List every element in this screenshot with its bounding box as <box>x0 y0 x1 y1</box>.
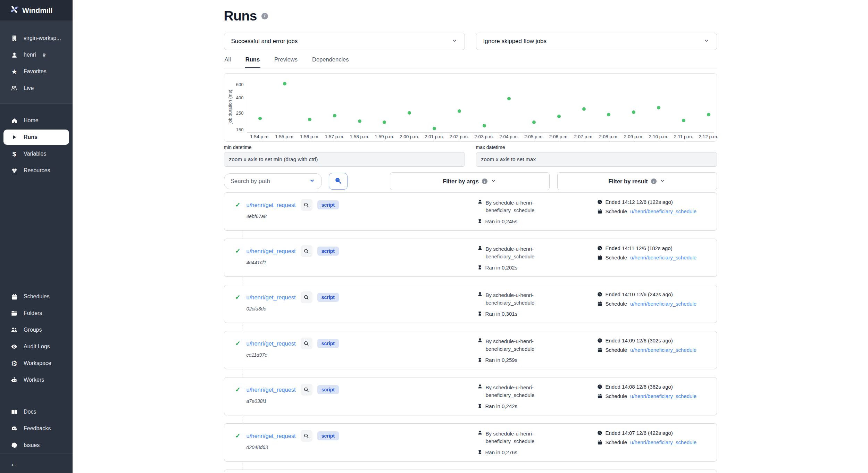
inspect-run-button[interactable] <box>301 338 312 349</box>
sidebar-item-favorites[interactable]: ★ Favorites <box>0 63 73 80</box>
run-card[interactable]: ✓ u/henri/get_request script a7e038f1 By <box>224 377 717 415</box>
sidebar-item-audit-logs[interactable]: Audit Logs <box>0 338 73 355</box>
tab-runs[interactable]: Runs <box>245 54 260 68</box>
workspace-switcher[interactable]: virgin-worksp... <box>0 30 73 47</box>
run-duration: Ran in 0,242s <box>485 403 518 409</box>
run-path-link[interactable]: u/henri/get_request <box>247 387 296 393</box>
schedule-path-link[interactable]: u/henri/beneficiary_schedule <box>630 255 696 260</box>
sidebar-item-groups[interactable]: Groups <box>0 322 73 338</box>
chart-data-point[interactable] <box>657 106 660 109</box>
search-by-path-select[interactable]: Search by path <box>224 173 322 189</box>
inspect-run-button[interactable] <box>301 245 312 257</box>
user-icon <box>477 430 483 435</box>
tab-all[interactable]: All <box>224 54 232 68</box>
chart-data-point[interactable] <box>333 114 336 117</box>
inspect-run-button[interactable] <box>301 291 312 303</box>
chart-data-point[interactable] <box>258 117 262 120</box>
info-icon[interactable]: i <box>261 13 268 19</box>
chart-data-point[interactable] <box>308 118 311 121</box>
sidebar-item-docs[interactable]: Docs <box>0 404 73 420</box>
sidebar-main-nav: Home Runs $ Variables Resources <box>0 104 73 179</box>
ended-at: Ended 14:07 12/6 (422s ago) <box>606 430 673 436</box>
flow-filter-select[interactable]: Ignore skipped flow jobs <box>476 33 717 50</box>
chart-data-point[interactable] <box>532 121 536 124</box>
script-badge: script <box>317 200 339 209</box>
sidebar-collapse[interactable]: ← <box>0 454 73 473</box>
inspect-run-button[interactable] <box>301 199 312 211</box>
resources-icon <box>10 167 18 174</box>
run-path-link[interactable]: u/henri/get_request <box>247 248 296 255</box>
run-card[interactable]: ✓ u/henri/get_request script 46441cf1 By <box>224 239 717 277</box>
calendar-icon <box>597 255 602 260</box>
ended-at: Ended 14:09 12/6 (302s ago) <box>606 338 673 343</box>
chart-data-point[interactable] <box>408 111 411 115</box>
ended-at: Ended 14:08 12/6 (362s ago) <box>606 384 673 390</box>
chart-data-point[interactable] <box>283 82 286 85</box>
filter-by-result-button[interactable]: Filter by result i <box>557 172 717 190</box>
schedule-path-link[interactable]: u/henri/beneficiary_schedule <box>630 393 696 399</box>
chart-data-point[interactable] <box>458 109 461 113</box>
run-card[interactable]: ✓ u/henri/get_request script By schedul <box>224 470 717 473</box>
run-duration: Ran in 0,245s <box>485 218 518 224</box>
schedule-path-link[interactable]: u/henri/beneficiary_schedule <box>630 208 696 214</box>
sidebar-item-workers[interactable]: Workers <box>0 372 73 388</box>
sidebar-item-schedules[interactable]: Schedules <box>0 288 73 305</box>
run-card[interactable]: ✓ u/henri/get_request script ce11d97e By <box>224 331 717 369</box>
sidebar-item-label: Groups <box>24 327 42 333</box>
max-datetime-input[interactable] <box>476 152 717 167</box>
chart-data-point[interactable] <box>607 113 610 116</box>
sidebar-item-label: Feedbacks <box>24 425 51 432</box>
chart-data-point[interactable] <box>582 107 586 111</box>
chart-data-point[interactable] <box>433 127 436 130</box>
duration-chart[interactable]: job duration (ms) 1502504006001:54 p.m.1… <box>224 73 717 142</box>
schedule-path-link[interactable]: u/henri/beneficiary_schedule <box>630 439 696 445</box>
app-logo[interactable]: Windmill <box>0 0 73 21</box>
run-card[interactable]: ✓ u/henri/get_request script d2048d63 By <box>224 423 717 462</box>
calendar-icon <box>597 347 602 352</box>
sidebar-item-variables[interactable]: $ Variables <box>0 146 73 162</box>
schedule-path-link[interactable]: u/henri/beneficiary_schedule <box>630 301 696 307</box>
sidebar-item-label: Variables <box>24 151 47 157</box>
run-path-link[interactable]: u/henri/get_request <box>247 340 296 347</box>
sidebar-item-home[interactable]: Home <box>0 112 73 129</box>
sidebar-item-label: Runs <box>24 134 37 140</box>
run-card[interactable]: ✓ u/henri/get_request script 4ebf67a8 By <box>224 192 717 231</box>
run-path-link[interactable]: u/henri/get_request <box>247 433 296 439</box>
sidebar-item-feedbacks[interactable]: Feedbacks <box>0 420 73 437</box>
run-duration: Ran in 0,276s <box>485 449 518 455</box>
ended-at: Ended 14:10 12/6 (242s ago) <box>606 291 673 297</box>
tab-dependencies[interactable]: Dependencies <box>311 54 350 68</box>
sidebar-item-label: Docs <box>24 409 36 415</box>
sidebar-item-live[interactable]: Live <box>0 80 73 97</box>
schedule-path-link[interactable]: u/henri/beneficiary_schedule <box>630 347 696 353</box>
admin-crown-icon: ♛ <box>42 52 47 58</box>
chart-data-point[interactable] <box>632 110 635 114</box>
sidebar-item-folders[interactable]: Folders <box>0 305 73 322</box>
search-button[interactable] <box>329 173 348 190</box>
chart-data-point[interactable] <box>707 113 710 116</box>
min-datetime-input[interactable] <box>224 152 465 167</box>
sidebar-item-resources[interactable]: Resources <box>0 162 73 179</box>
run-path-link[interactable]: u/henri/get_request <box>247 202 296 208</box>
user-menu[interactable]: henri ♛ <box>0 47 73 63</box>
calendar-icon <box>597 209 602 214</box>
job-kind-select[interactable]: Successful and error jobs <box>224 33 465 50</box>
chart-data-point[interactable] <box>682 119 685 122</box>
chart-data-point[interactable] <box>358 119 361 123</box>
chart-data-point[interactable] <box>507 97 511 100</box>
building-icon <box>10 35 18 42</box>
run-path-link[interactable]: u/henri/get_request <box>247 294 296 301</box>
chart-data-point[interactable] <box>483 124 486 127</box>
sidebar-item-workspace[interactable]: ⚙ Workspace <box>0 355 73 372</box>
run-id: ce11d97e <box>235 352 477 358</box>
chart-data-point[interactable] <box>557 115 561 118</box>
chart-data-point[interactable] <box>383 121 386 124</box>
inspect-run-button[interactable] <box>301 384 312 396</box>
sidebar-item-issues[interactable]: Issues <box>0 437 73 454</box>
triggered-by: By schedule-u-henri-beneficiary_schedule <box>486 291 557 307</box>
inspect-run-button[interactable] <box>301 430 312 442</box>
filter-by-args-button[interactable]: Filter by args i <box>390 172 550 190</box>
run-card[interactable]: ✓ u/henri/get_request script 02cfa3dc By <box>224 285 717 323</box>
tab-previews[interactable]: Previews <box>274 54 298 68</box>
sidebar-item-runs[interactable]: Runs <box>3 130 69 145</box>
